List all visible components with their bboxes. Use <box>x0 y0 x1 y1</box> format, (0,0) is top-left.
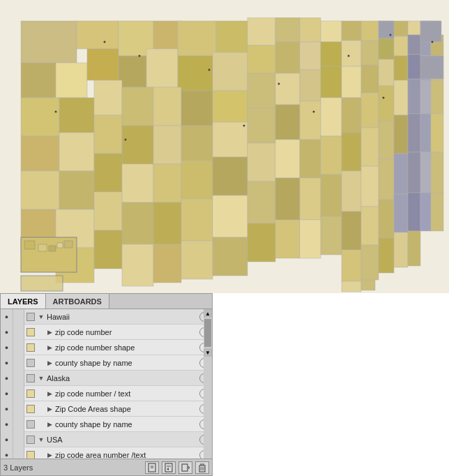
eye-icon: ● <box>5 452 8 459</box>
svg-rect-157 <box>21 276 63 291</box>
svg-rect-96 <box>213 195 248 237</box>
move-icon <box>181 463 190 473</box>
svg-rect-131 <box>361 280 375 290</box>
svg-rect-80 <box>275 140 300 178</box>
svg-rect-74 <box>94 154 122 192</box>
svg-rect-25 <box>361 40 379 65</box>
svg-rect-67 <box>379 86 394 121</box>
svg-rect-69 <box>408 79 420 114</box>
svg-rect-72 <box>21 171 59 209</box>
svg-rect-49 <box>379 59 394 86</box>
svg-rect-70 <box>420 80 431 114</box>
scroll-down-btn[interactable]: ▼ <box>204 348 212 357</box>
svg-rect-19 <box>300 42 321 70</box>
svg-rect-134 <box>379 21 394 38</box>
layer-item-hawaii-county[interactable]: ● ▶ county shape by name <box>1 355 212 371</box>
svg-rect-87 <box>408 114 420 152</box>
svg-rect-116 <box>300 220 321 258</box>
layer-name-alaska: Alaska <box>45 374 199 382</box>
svg-rect-14 <box>248 17 275 45</box>
lock-col-hawaii[interactable] <box>13 309 24 325</box>
scroll-up-btn[interactable]: ▲ <box>204 309 212 318</box>
svg-rect-2 <box>77 21 119 49</box>
expand-hawaii[interactable]: ▼ <box>37 313 45 320</box>
svg-rect-79 <box>248 143 275 181</box>
svg-rect-135 <box>420 21 441 42</box>
svg-rect-115 <box>275 220 300 258</box>
svg-rect-101 <box>342 171 361 211</box>
new-sublayer-btn[interactable] <box>162 461 176 474</box>
layer-item-alaska[interactable]: ● ▼ Alaska <box>1 371 212 386</box>
layers-list[interactable]: ● ▼ Hawaii ● ▶ zip code number <box>1 309 212 459</box>
new-layer-btn[interactable] <box>145 461 159 474</box>
svg-rect-111 <box>153 244 181 283</box>
scroll-thumb[interactable] <box>204 319 211 347</box>
svg-rect-73 <box>59 171 94 209</box>
layers-count: 3 Layers <box>3 463 33 472</box>
svg-rect-1 <box>21 21 77 63</box>
svg-rect-58 <box>153 126 181 164</box>
svg-rect-132 <box>0 0 17 293</box>
svg-rect-125 <box>342 250 361 281</box>
swatch-col <box>24 325 37 340</box>
svg-rect-95 <box>181 199 213 241</box>
swatch <box>26 343 35 352</box>
eye-col-hawaii[interactable]: ● <box>1 309 13 325</box>
svg-rect-62 <box>275 105 300 140</box>
swatch <box>26 405 35 413</box>
svg-rect-50 <box>394 56 408 80</box>
svg-rect-44 <box>275 73 300 105</box>
layer-item-hawaii[interactable]: ● ▼ Hawaii <box>1 309 212 325</box>
layer-item-usa-zip-area-text[interactable]: ● ▶ zip code area number /text <box>1 447 212 459</box>
layer-item-alaska-zip-text[interactable]: ● ▶ zip code number / text <box>1 386 212 401</box>
svg-rect-138 <box>408 54 420 79</box>
svg-rect-82 <box>321 136 342 174</box>
svg-rect-92 <box>94 192 122 230</box>
layer-item-alaska-county[interactable]: ● ▶ county shape by name <box>1 417 212 432</box>
layer-item-hawaii-zip-number[interactable]: ● ▶ zip code number <box>1 325 212 340</box>
svg-rect-104 <box>394 154 408 194</box>
svg-rect-38 <box>94 80 122 115</box>
expand-arrow[interactable]: ▶ <box>45 329 54 336</box>
svg-rect-68 <box>394 80 408 115</box>
svg-point-148 <box>243 125 245 127</box>
tab-artboards[interactable]: ARTBOARDS <box>46 294 109 308</box>
svg-rect-12 <box>178 56 213 91</box>
svg-rect-3 <box>21 63 56 98</box>
svg-rect-76 <box>153 164 181 202</box>
svg-rect-27 <box>394 21 408 36</box>
svg-point-141 <box>208 69 211 71</box>
svg-rect-65 <box>342 98 361 133</box>
svg-rect-13 <box>213 52 248 91</box>
layer-item-hawaii-zip-shape[interactable]: ● ▶ zip code number shape <box>1 340 212 355</box>
svg-rect-127 <box>379 238 394 273</box>
svg-rect-8 <box>119 56 146 87</box>
eye-col[interactable]: ● <box>1 325 13 340</box>
svg-rect-54 <box>21 136 59 171</box>
scrollbar[interactable]: ▲ ▼ <box>204 309 212 459</box>
svg-rect-117 <box>321 216 342 255</box>
layer-item-alaska-zip-areas[interactable]: ● ▶ Zip Code Areas shape <box>1 401 212 417</box>
delete-layer-btn[interactable] <box>195 461 209 474</box>
page-icon <box>147 463 157 473</box>
svg-rect-37 <box>59 98 94 133</box>
svg-rect-45 <box>300 70 321 101</box>
svg-rect-7 <box>153 21 181 49</box>
eye-icon-hawaii: ● <box>5 313 8 320</box>
svg-rect-120 <box>379 200 394 238</box>
svg-rect-22 <box>361 21 379 40</box>
svg-rect-112 <box>181 241 213 279</box>
svg-rect-85 <box>379 121 394 159</box>
svg-rect-128 <box>394 232 408 267</box>
layer-item-usa[interactable]: ● ▼ USA <box>1 432 212 447</box>
svg-rect-64 <box>321 98 342 136</box>
svg-rect-48 <box>361 65 379 93</box>
panel-tabs: LAYERS ARTBOARDS <box>1 294 212 309</box>
svg-rect-110 <box>122 244 153 286</box>
move-to-layer-btn[interactable] <box>178 461 192 474</box>
svg-rect-59 <box>181 126 213 161</box>
tab-layers[interactable]: LAYERS <box>1 294 46 308</box>
svg-rect-102 <box>361 166 379 207</box>
svg-rect-98 <box>275 178 300 220</box>
lock-col[interactable] <box>13 325 24 340</box>
